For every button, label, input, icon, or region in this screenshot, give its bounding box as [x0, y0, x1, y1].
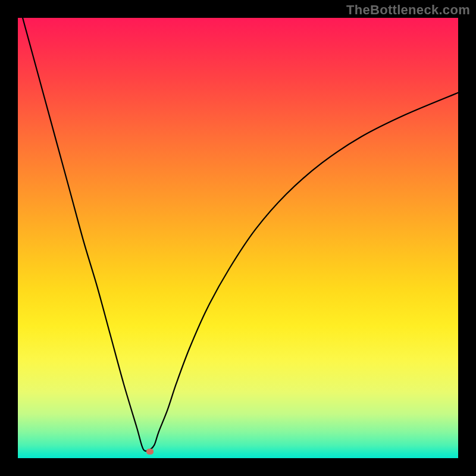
- bottleneck-curve: [18, 18, 458, 458]
- attribution-text: TheBottleneck.com: [346, 2, 470, 18]
- optimal-point-marker: [146, 449, 154, 455]
- plot-area: [18, 18, 458, 458]
- chart-frame: TheBottleneck.com: [0, 0, 476, 476]
